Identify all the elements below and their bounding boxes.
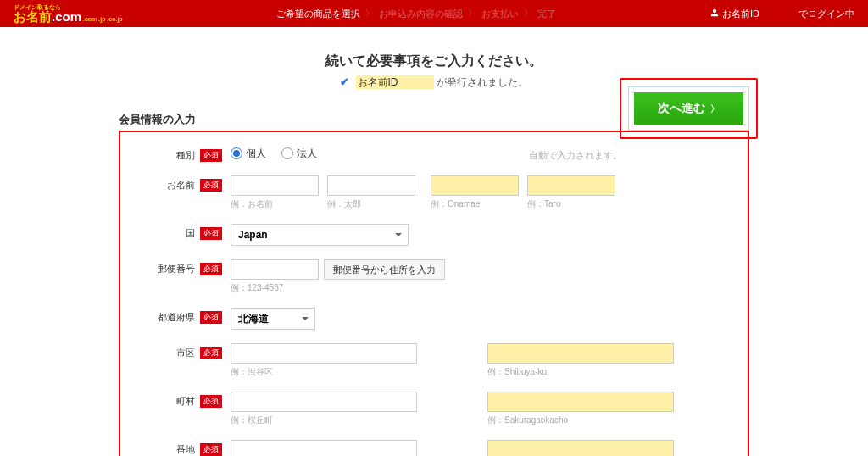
required-badge: 必須 <box>200 227 222 240</box>
page-title: 続いて必要事項をご入力ください。 <box>119 53 749 70</box>
hint: 例：渋谷区 <box>231 366 476 378</box>
country-select[interactable]: Japan <box>231 224 409 246</box>
firstname-en-input[interactable] <box>527 175 615 196</box>
firstname-jp-input[interactable] <box>327 175 415 196</box>
required-badge: 必須 <box>200 263 222 275</box>
label-city: 市区 <box>176 347 195 359</box>
required-badge: 必須 <box>200 347 222 359</box>
required-badge: 必須 <box>200 149 222 162</box>
login-id-label: お名前ID <box>722 8 760 20</box>
label-town: 町村 <box>176 395 195 408</box>
logo-main: お名前.com .com .jp .co.jp <box>14 10 123 23</box>
label-postal: 郵便番号 <box>158 263 195 275</box>
pref-select[interactable]: 北海道 <box>231 308 315 330</box>
postal-lookup-button[interactable]: 郵便番号から住所を入力 <box>324 259 445 280</box>
label-street: 番地 <box>176 443 195 456</box>
label-type: 種別 <box>176 149 195 162</box>
step-3: お支払い <box>481 8 519 20</box>
user-icon <box>710 8 719 19</box>
site-logo[interactable]: ドメイン取るなら お名前.com .com .jp .co.jp <box>14 4 123 23</box>
masked-id <box>763 9 795 18</box>
login-status: お名前IDでログイン中 <box>710 8 854 20</box>
country-select-wrap: Japan <box>231 224 409 246</box>
chevron-right-icon: 〉 <box>524 8 532 19</box>
hint: 例：123-4567 <box>231 282 445 294</box>
next-button-highlight: 次へ進む 〉 <box>620 78 758 139</box>
label-name: お名前 <box>167 179 195 192</box>
street-en-input[interactable] <box>487 440 674 456</box>
label-pref: 都道府県 <box>158 311 195 324</box>
label-country: 国 <box>186 227 195 240</box>
hint: 例：Shibuya-ku <box>487 366 732 378</box>
chevron-right-icon: 〉 <box>710 103 720 115</box>
lastname-en-input[interactable] <box>431 175 519 196</box>
city-jp-input[interactable] <box>231 343 417 364</box>
chevron-right-icon: 〉 <box>365 8 374 19</box>
town-jp-input[interactable] <box>231 392 417 412</box>
required-badge: 必須 <box>200 179 222 192</box>
type-radios: 個人 法人 <box>231 147 317 161</box>
auto-fill-note: 自動で入力されます。 <box>529 146 732 162</box>
radio-individual[interactable]: 個人 <box>231 147 266 161</box>
check-icon: ✔ <box>340 75 349 88</box>
pref-select-wrap: 北海道 <box>231 308 315 330</box>
lastname-jp-input[interactable] <box>231 175 319 196</box>
progress-steps: ご希望の商品を選択〉 お申込み内容の確認〉 お支払い〉 完了 <box>276 8 556 20</box>
hint: 例：Onamae <box>431 198 519 210</box>
street-jp-input[interactable] <box>231 440 417 456</box>
hint: 例：桜丘町 <box>231 414 476 426</box>
step-4: 完了 <box>537 8 556 20</box>
postal-input[interactable] <box>231 259 319 280</box>
step-2: お申込み内容の確認 <box>379 8 463 20</box>
chevron-right-icon: 〉 <box>468 8 476 19</box>
city-en-input[interactable] <box>487 343 674 364</box>
required-badge: 必須 <box>200 443 222 456</box>
step-1: ご希望の商品を選択 <box>276 8 360 20</box>
required-badge: 必須 <box>200 311 222 324</box>
next-button-label: 次へ進む <box>658 101 705 116</box>
required-badge: 必須 <box>200 395 222 408</box>
login-suffix: でログイン中 <box>798 8 854 20</box>
topbar: ドメイン取るなら お名前.com .com .jp .co.jp ご希望の商品を… <box>0 0 868 27</box>
radio-corporate[interactable]: 法人 <box>281 147 317 161</box>
hint: 例：Sakuragaokacho <box>487 414 732 426</box>
next-button[interactable]: 次へ進む 〉 <box>634 92 743 125</box>
hint: 例：お名前 <box>231 198 319 210</box>
town-en-input[interactable] <box>487 392 674 412</box>
hint: 例：太郎 <box>327 198 361 210</box>
hint: 例：Taro <box>527 198 560 210</box>
member-info-form: 種別必須 個人 法人 自動で入力されます。 お名前必須 例：お名前例：太郎 例：… <box>119 131 749 456</box>
